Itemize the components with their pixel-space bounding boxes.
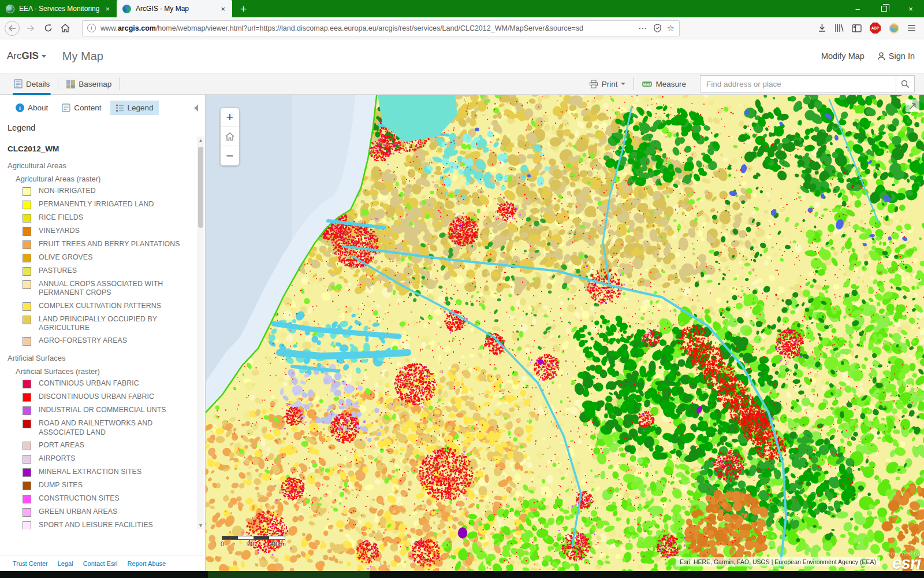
legend-item-label: PASTURES xyxy=(39,266,77,275)
legend-panel-title: Legend xyxy=(0,118,205,135)
scrollbar-thumb[interactable] xyxy=(198,147,203,228)
print-button[interactable]: Print xyxy=(583,73,632,95)
tab-about[interactable]: i About xyxy=(10,101,53,115)
legend-group-title: Agricultural Areas xyxy=(8,161,197,170)
legend-group-title: Artificial Surfaces xyxy=(8,354,197,362)
close-button[interactable]: × xyxy=(897,0,924,17)
legend-item: DUMP SITES xyxy=(23,481,197,490)
legend-item-label: CONTINIOUS URBAN FABRIC xyxy=(39,379,139,388)
downloads-icon[interactable] xyxy=(818,24,826,32)
page-actions-icon[interactable]: ··· xyxy=(639,24,648,32)
legend-item-label: AIRPORTS xyxy=(39,454,75,463)
person-icon xyxy=(877,52,885,61)
home-extent-button[interactable] xyxy=(221,127,239,146)
pocket-shield-icon[interactable] xyxy=(654,24,661,32)
legend-item-label: COMPLEX CULTIVATION PATTERNS xyxy=(39,302,161,310)
new-tab-button[interactable]: + xyxy=(232,1,255,17)
search-icon xyxy=(901,80,910,88)
legend-item-label: ANNUAL CROPS ASSOCIATED WITH PERMANENT C… xyxy=(39,280,193,298)
legend-item: PORT AREAS xyxy=(23,441,197,450)
legend-item-label: SPORT AND LEISURE FACILITIES xyxy=(39,521,153,529)
scale-end-label: 40km xyxy=(270,540,286,547)
legend-swatch xyxy=(23,380,31,388)
legend-swatch xyxy=(23,227,31,236)
home-button[interactable] xyxy=(57,20,74,37)
zoom-out-button[interactable]: − xyxy=(221,146,239,165)
url-bar[interactable]: i www.arcgis.com/home/webmap/viewer.html… xyxy=(82,20,680,36)
print-icon xyxy=(589,80,598,88)
bookmark-star-icon[interactable]: ☆ xyxy=(667,23,675,34)
scroll-up-icon[interactable]: ▲ xyxy=(197,136,204,144)
zoom-in-button[interactable]: + xyxy=(221,108,239,127)
tab-close-icon[interactable]: × xyxy=(219,5,226,13)
tab-title: ArcGIS - My Map xyxy=(136,5,215,13)
legend-swatch xyxy=(23,302,31,311)
legend-item-label: PORT AREAS xyxy=(39,441,84,450)
legend-item-label: VINEYARDS xyxy=(39,227,80,235)
chevron-down-icon xyxy=(42,55,46,58)
basemap-button[interactable]: Basemap xyxy=(61,73,117,95)
legend-item-label: ROAD AND RAILNETWORKS AND ASSOCIATED LAN… xyxy=(39,419,193,437)
legend-item: SPORT AND LEISURE FACILITIES xyxy=(23,521,197,529)
legend-swatch xyxy=(23,393,31,402)
search-button[interactable] xyxy=(896,76,914,92)
measure-button[interactable]: Measure xyxy=(636,73,692,95)
scale-start-label: 0 xyxy=(221,540,224,547)
sign-in-link[interactable]: Sign In xyxy=(877,51,915,61)
legend-swatch xyxy=(23,280,31,289)
extension-globe-icon[interactable] xyxy=(889,23,899,34)
legend-item-label: DISCONTINUOUS URBAN FABRIC xyxy=(39,392,154,401)
restore-button[interactable] xyxy=(871,0,897,17)
library-icon[interactable] xyxy=(834,24,844,32)
content-icon xyxy=(62,103,70,112)
legend-item: FRUIT TREES AND BERRY PLANTATIONS xyxy=(23,240,197,249)
legend-item: AGRO-FORESTRY AREAS xyxy=(23,336,197,346)
legend-swatch xyxy=(23,316,31,324)
sidebar-toggle-icon[interactable] xyxy=(852,24,862,32)
map-viewport[interactable]: + − 0 20 40km Esri, HERE, Garmin, FAO, U… xyxy=(206,95,924,571)
window-controls: – × xyxy=(844,0,924,17)
scroll-down-icon[interactable]: ▼ xyxy=(197,521,204,529)
minimize-button[interactable]: – xyxy=(844,0,871,17)
legend-item-label: FRUIT TREES AND BERRY PLANTATIONS xyxy=(39,240,180,249)
legend-subgroup-title: Agricultural Areas (raster) xyxy=(16,175,197,183)
url-text: www.arcgis.com/home/webmap/viewer.html?u… xyxy=(100,24,634,32)
legend-item-label: LAND PRINCIPALLY OCCUPIED BY AGRICULTURE xyxy=(39,315,193,333)
back-button[interactable] xyxy=(5,21,20,36)
tab-content[interactable]: Content xyxy=(57,101,106,115)
menu-icon[interactable] xyxy=(907,24,916,32)
land-cover-map[interactable] xyxy=(206,95,924,571)
modify-map-link[interactable]: Modify Map xyxy=(821,51,865,61)
open-extent-button[interactable] xyxy=(906,99,919,112)
site-info-icon[interactable]: i xyxy=(87,24,96,32)
adblock-icon[interactable]: ABP xyxy=(870,23,881,34)
footer-link[interactable]: Report Abuse xyxy=(128,560,166,567)
collapse-panel-icon[interactable] xyxy=(194,105,198,112)
search-input[interactable] xyxy=(701,80,896,88)
legend-item: AIRPORTS xyxy=(23,454,197,464)
legend-scrollbar[interactable]: ▲ ▼ xyxy=(197,136,204,529)
legend-swatch xyxy=(23,495,31,503)
forward-button[interactable] xyxy=(22,20,39,37)
info-icon: i xyxy=(16,103,24,112)
basemap-icon xyxy=(66,80,75,88)
reload-button[interactable] xyxy=(39,20,57,37)
footer-link[interactable]: Contact Esri xyxy=(83,560,118,567)
browser-tab-eea[interactable]: EEA - Services Monitoring × xyxy=(0,0,117,17)
browser-tab-arcgis[interactable]: ArcGIS - My Map × xyxy=(117,0,232,17)
legend-item: ROAD AND RAILNETWORKS AND ASSOCIATED LAN… xyxy=(23,419,197,437)
footer-link[interactable]: Trust Center xyxy=(13,560,48,567)
arcgis-brand-menu[interactable]: ArcGIS xyxy=(7,50,46,62)
legend-item-label: PERMANENTLY IRRIGATED LAND xyxy=(39,200,154,209)
legend-item: RICE FIELDS xyxy=(23,213,197,223)
zoom-control: + − xyxy=(220,108,240,166)
details-icon xyxy=(14,79,23,88)
legend-item-label: CONSTRUCTION SITES xyxy=(39,494,120,503)
legend-sidebar: i About Content Legend Legend CLC2012_WM… xyxy=(0,95,206,571)
tab-legend[interactable]: Legend xyxy=(110,101,159,115)
brand-text: ArcGIS xyxy=(7,50,39,62)
details-button[interactable]: Details xyxy=(8,73,55,95)
footer-link[interactable]: Legal xyxy=(58,560,73,567)
legend-item-label: AGRO-FORESTRY AREAS xyxy=(39,336,127,345)
tab-close-icon[interactable]: × xyxy=(104,5,111,13)
